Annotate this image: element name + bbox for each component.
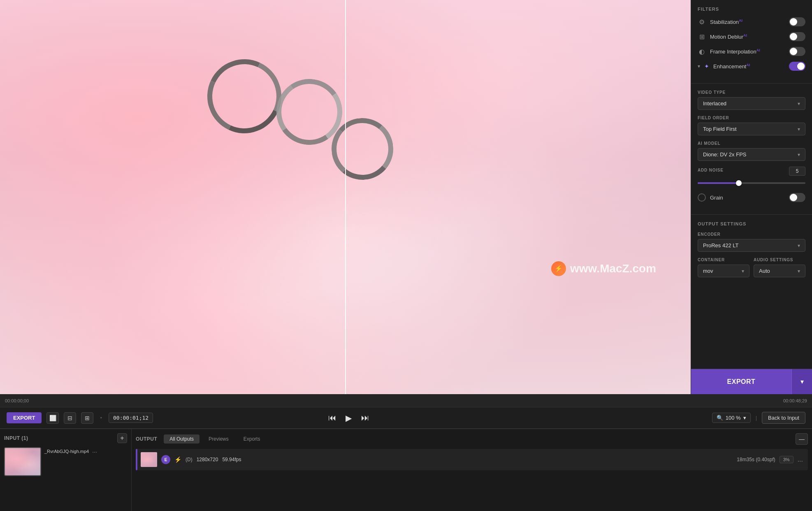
- output-settings-title: OUTPUT SETTINGS: [698, 221, 805, 226]
- input-panel-title: INPUT (1): [4, 435, 28, 441]
- motion-deblur-toggle[interactable]: [789, 32, 805, 41]
- output-settings-icon: —: [799, 436, 805, 442]
- output-meta: 1280x720 59.94fps: [197, 457, 733, 462]
- container-label: CONTAINER: [698, 258, 749, 262]
- container-value: mov: [703, 268, 713, 274]
- grain-toggle[interactable]: [789, 193, 805, 202]
- add-input-button[interactable]: +: [117, 433, 127, 443]
- app-container: ⚡ www.MacZ.com FILTERS ⚙ StabilizationAI: [0, 0, 812, 511]
- enhancement-settings: VIDEO TYPE Interlaced ▾ FIELD ORDER Top …: [691, 84, 812, 215]
- ai-model-select[interactable]: Dione: DV 2x FPS ▾: [698, 148, 805, 161]
- output-progress-bar: [136, 449, 137, 470]
- noise-section: ADD NOISE 5: [698, 167, 805, 187]
- zoom-control[interactable]: 🔍 100 % ▾: [712, 413, 751, 423]
- audio-group: AUDIO SETTINGS Auto ▾: [754, 258, 805, 277]
- input-more-button[interactable]: ...: [92, 447, 97, 454]
- timecode[interactable]: 00:00:01;12: [109, 413, 153, 423]
- grain-label: Grain: [710, 195, 785, 201]
- encoder-select[interactable]: ProRes 422 LT ▾: [698, 239, 805, 252]
- split-line: [345, 0, 346, 394]
- output-settings-btn[interactable]: —: [796, 433, 808, 445]
- field-order-label: FIELD ORDER: [698, 116, 805, 120]
- preview-area: ⚡ www.MacZ.com: [0, 0, 691, 394]
- encoder-value: ProRes 422 LT: [703, 242, 738, 249]
- input-panel: INPUT (1) + _RvrAbGJQ-high.mp4 ...: [0, 429, 132, 511]
- container-arrow: ▾: [742, 268, 744, 274]
- view-icon-3: ⊞: [85, 415, 90, 421]
- output-d-label: (D): [186, 457, 193, 462]
- export-dropdown-icon: ▾: [800, 378, 804, 386]
- motion-deblur-label: Motion DeblurAI: [710, 33, 785, 40]
- stabilization-row: ⚙ StabilizationAI: [698, 17, 805, 26]
- output-thumb-inner: [141, 452, 157, 467]
- motion-deblur-icon: ⊞: [698, 33, 706, 41]
- play-button[interactable]: ▶: [342, 411, 355, 425]
- ruler-ticks: [29, 394, 783, 407]
- tab-previews[interactable]: Previews: [203, 434, 234, 444]
- separator-1: •: [100, 415, 102, 421]
- ai-model-arrow: ▾: [798, 152, 800, 158]
- step-forward-icon: ⏭: [361, 413, 369, 423]
- noise-slider-thumb[interactable]: [736, 180, 742, 186]
- frame-interpolation-ai-badge: AI: [756, 48, 760, 52]
- stabilization-label: StabilizationAI: [710, 19, 785, 25]
- export-dropdown-button[interactable]: ▾: [791, 369, 812, 394]
- frame-interpolation-toggle[interactable]: [789, 47, 805, 56]
- enhancement-collapse[interactable]: ▾: [698, 63, 700, 69]
- enhancement-label: EnhancementAI: [713, 63, 785, 70]
- playback-controls: ⏮ ▶ ⏭: [326, 411, 372, 425]
- separator-2: |: [756, 415, 757, 421]
- output-percentage: 3%: [780, 456, 793, 463]
- input-info: _RvrAbGJQ-high.mp4: [44, 447, 89, 454]
- ai-model-group: AI MODEL Dione: DV 2x FPS ▾: [698, 141, 805, 161]
- noise-label: ADD NOISE: [698, 168, 724, 172]
- noise-slider-track[interactable]: [698, 182, 805, 184]
- audio-select[interactable]: Auto ▾: [754, 265, 805, 277]
- ai-model-label: AI MODEL: [698, 141, 805, 146]
- video-type-select[interactable]: Interlaced ▾: [698, 97, 805, 110]
- transport-bar: EXPORT ⬜ ⊟ ⊞ • 00:00:01;12 ⏮ ▶ ⏭ 🔍 100 %: [0, 407, 812, 429]
- stabilization-toggle[interactable]: [789, 17, 805, 26]
- view-icon-2: ⊟: [67, 415, 72, 421]
- output-badge: E: [161, 455, 170, 464]
- ai-model-value: Dione: DV 2x FPS: [703, 151, 747, 158]
- zoom-icon: 🔍: [717, 415, 723, 421]
- grain-icon: [698, 193, 706, 202]
- frame-interpolation-icon: ◐: [698, 48, 706, 56]
- noise-value[interactable]: 5: [789, 167, 805, 176]
- watermark-logo: ⚡: [551, 261, 566, 276]
- export-bar: EXPORT ▾: [691, 369, 812, 394]
- view-btn-1[interactable]: ⬜: [46, 412, 59, 424]
- output-panel-header: OUTPUT All Outputs Previews Exports —: [136, 433, 808, 445]
- field-order-select[interactable]: Top Field First ▾: [698, 123, 805, 135]
- time-start: 00:00:00;00: [5, 398, 29, 403]
- watermark: ⚡ www.MacZ.com: [551, 261, 656, 276]
- output-resolution: 1280x720: [197, 457, 218, 462]
- play-icon: ▶: [346, 413, 352, 423]
- audio-arrow: ▾: [798, 268, 800, 274]
- output-panel: OUTPUT All Outputs Previews Exports — E …: [132, 429, 812, 511]
- view-btn-2[interactable]: ⊟: [64, 412, 76, 424]
- motion-deblur-row: ⊞ Motion DeblurAI: [698, 32, 805, 41]
- tab-exports[interactable]: Exports: [238, 434, 266, 444]
- bottom-panel: INPUT (1) + _RvrAbGJQ-high.mp4 ... OUTPU…: [0, 429, 812, 511]
- step-back-button[interactable]: ⏮: [326, 411, 339, 425]
- back-to-input-button[interactable]: Back to Input: [762, 412, 805, 424]
- watermark-text: www.MacZ.com: [570, 262, 656, 275]
- container-select[interactable]: mov ▾: [698, 265, 749, 277]
- export-button[interactable]: EXPORT: [7, 412, 42, 423]
- frame-interpolation-label: Frame InterpolationAI: [710, 48, 785, 55]
- view-btn-3[interactable]: ⊞: [81, 412, 93, 424]
- tab-all-outputs[interactable]: All Outputs: [164, 434, 200, 444]
- export-main-button[interactable]: EXPORT: [691, 369, 791, 394]
- enhancement-toggle[interactable]: [789, 62, 805, 71]
- stabilization-icon: ⚙: [698, 18, 706, 26]
- encoder-arrow: ▾: [798, 243, 800, 249]
- noise-header: ADD NOISE 5: [698, 167, 805, 176]
- video-type-group: VIDEO TYPE Interlaced ▾: [698, 90, 805, 110]
- output-panel-title: OUTPUT: [136, 436, 157, 442]
- noise-slider-container: [698, 179, 805, 187]
- step-forward-button[interactable]: ⏭: [359, 411, 372, 425]
- output-options-button[interactable]: ...: [798, 456, 803, 463]
- field-order-group: FIELD ORDER Top Field First ▾: [698, 116, 805, 135]
